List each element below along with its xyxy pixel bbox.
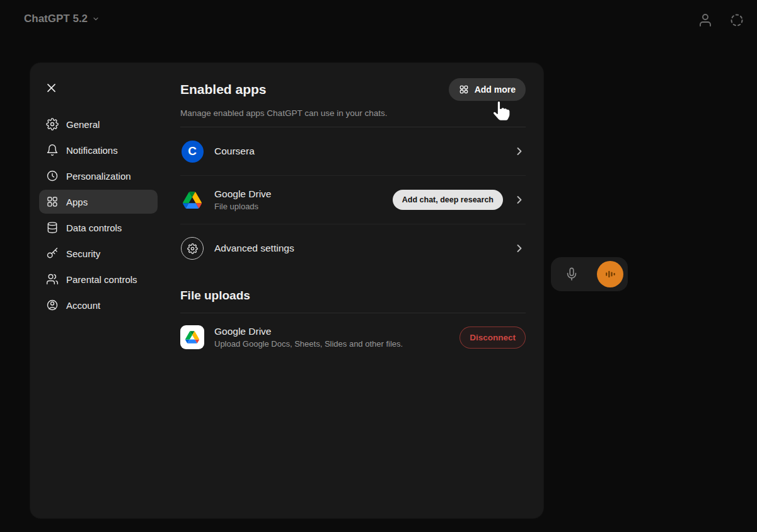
advanced-settings-gear-icon: [181, 237, 204, 260]
app-description: Upload Google Docs, Sheets, Slides and o…: [214, 339, 459, 349]
brand-label: ChatGPT 5.2: [24, 13, 88, 25]
sidebar-item-label: Notifications: [66, 145, 118, 156]
key-icon: [46, 247, 59, 260]
disconnect-button[interactable]: Disconnect: [459, 327, 526, 349]
app-name: Advanced settings: [214, 243, 513, 254]
voice-input-bar: [551, 257, 628, 291]
spinner-icon[interactable]: [729, 13, 744, 28]
sidebar-item-label: Apps: [66, 197, 88, 207]
bell-icon: [46, 144, 59, 156]
grid-icon: [459, 84, 469, 95]
user-circle-icon: [46, 299, 59, 311]
sidebar-item-label: Parental controls: [66, 274, 137, 285]
grid-icon: [46, 195, 59, 208]
app-row-coursera[interactable]: C Coursera: [180, 127, 526, 176]
microphone-icon[interactable]: [565, 267, 579, 281]
waveform-icon: [604, 268, 616, 280]
sidebar-item-label: General: [66, 119, 100, 130]
chevron-right-icon: [513, 194, 526, 206]
coursera-logo-letter: C: [188, 144, 197, 158]
profile-icon[interactable]: [698, 13, 713, 28]
chevron-right-icon: [513, 145, 526, 158]
chevron-right-icon: [513, 242, 526, 255]
settings-modal: General Notifications Personalization Ap…: [30, 63, 543, 518]
app-row-advanced-settings[interactable]: Advanced settings: [180, 224, 526, 272]
users-icon: [46, 273, 59, 286]
app-row-google-drive[interactable]: Google Drive File uploads Add chat, deep…: [180, 176, 526, 224]
close-icon: [45, 82, 57, 94]
app-name: Google Drive: [214, 188, 393, 200]
sidebar-item-label: Security: [66, 248, 100, 259]
app-name: Google Drive: [214, 326, 459, 337]
chevron-down-icon: [92, 15, 100, 23]
sidebar-item-label: Data controls: [66, 223, 122, 233]
app-description: File uploads: [214, 202, 393, 211]
app-name: Coursera: [214, 146, 513, 157]
section-title-file-uploads: File uploads: [180, 289, 526, 313]
sidebar-item-label: Account: [66, 300, 100, 311]
close-button[interactable]: [42, 78, 61, 97]
settings-sidebar: General Notifications Personalization Ap…: [30, 63, 166, 518]
page-title: Enabled apps: [180, 82, 267, 97]
sidebar-item-notifications[interactable]: Notifications: [39, 138, 158, 162]
sidebar-item-data-controls[interactable]: Data controls: [39, 216, 158, 240]
sidebar-item-personalization[interactable]: Personalization: [39, 164, 158, 188]
sidebar-item-parental-controls[interactable]: Parental controls: [39, 267, 158, 291]
model-switcher[interactable]: ChatGPT 5.2: [24, 13, 100, 25]
file-uploads-row-google-drive: Google Drive Upload Google Docs, Sheets,…: [180, 313, 526, 361]
voice-mode-button[interactable]: [597, 261, 623, 287]
sidebar-item-security[interactable]: Security: [39, 241, 158, 265]
google-drive-icon: [180, 188, 204, 212]
dial-icon: [46, 170, 59, 182]
sidebar-item-general[interactable]: General: [39, 112, 158, 136]
sidebar-item-apps[interactable]: Apps: [39, 190, 158, 214]
google-drive-icon: [180, 325, 204, 349]
gear-icon: [46, 118, 59, 130]
page-subtitle: Manage enabled apps ChatGPT can use in y…: [180, 108, 526, 127]
add-chat-deep-research-button[interactable]: Add chat, deep research: [393, 190, 503, 210]
database-icon: [46, 221, 59, 234]
sidebar-item-account[interactable]: Account: [39, 293, 158, 317]
topbar-actions: [698, 13, 744, 28]
add-more-label: Add more: [475, 84, 516, 95]
settings-content: Enabled apps Add more Manage enabled app…: [166, 63, 543, 518]
coursera-logo-icon: C: [182, 141, 204, 163]
sidebar-item-label: Personalization: [66, 171, 131, 182]
add-more-button[interactable]: Add more: [449, 78, 526, 101]
